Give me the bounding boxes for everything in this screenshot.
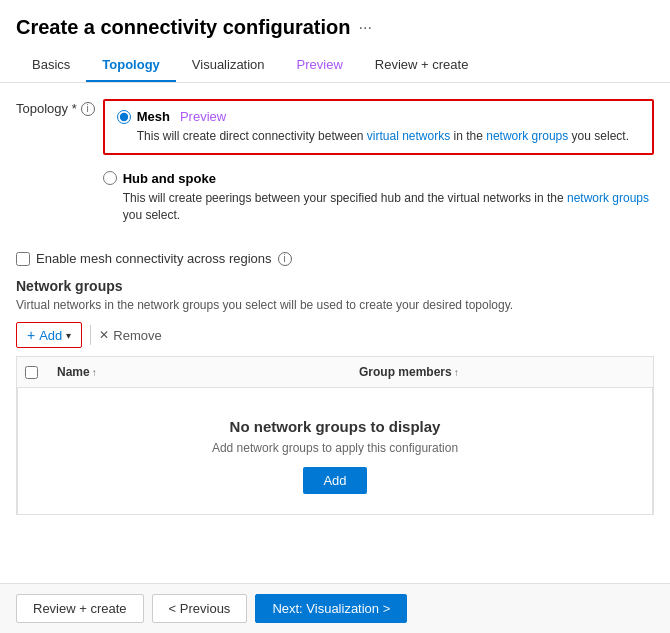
empty-state-title: No network groups to display [230,418,441,435]
enable-mesh-label: Enable mesh connectivity across regions [36,251,272,266]
hub-spoke-network-groups-link[interactable]: network groups [567,191,649,205]
hub-spoke-radio[interactable] [103,171,117,185]
tab-preview[interactable]: Preview [281,49,359,82]
more-options-icon[interactable]: ··· [359,19,372,37]
hub-spoke-label: Hub and spoke [123,171,216,186]
toolbar-divider [90,325,91,345]
group-members-label: Group members [359,365,452,379]
mesh-label: Mesh [137,109,170,124]
name-sort-icon: ↑ [92,367,97,378]
table-header: Name ↑ Group members ↑ [17,357,653,388]
x-icon: ✕ [99,328,109,342]
mesh-preview-badge: Preview [180,109,226,124]
name-label: Name [57,365,90,379]
topology-info-icon[interactable]: i [81,102,95,116]
empty-state: No network groups to display Add network… [17,388,653,515]
topology-label: Topology * i [16,99,95,116]
hub-spoke-option-box: Hub and spoke This will create peerings … [103,163,654,232]
mesh-description: This will create direct connectivity bet… [137,128,640,145]
hub-spoke-description: This will create peerings between your s… [123,190,654,224]
page-title: Create a connectivity configuration [16,16,351,39]
add-button[interactable]: + Add ▾ [16,322,82,348]
select-all-cell [17,357,49,387]
name-column-header[interactable]: Name ↑ [49,357,351,387]
mesh-option-row: Mesh Preview [117,109,640,124]
tabs-bar: Basics Topology Visualization Preview Re… [0,39,670,83]
mesh-network-groups-link[interactable]: network groups [486,129,568,143]
network-groups-title: Network groups [16,278,654,294]
chevron-down-icon: ▾ [66,330,71,341]
group-members-sort-icon: ↑ [454,367,459,378]
network-groups-desc: Virtual networks in the network groups y… [16,298,654,312]
select-all-checkbox[interactable] [25,366,38,379]
footer-bar: Review + create < Previous Next: Visuali… [0,583,670,633]
topology-options: Mesh Preview This will create direct con… [103,99,654,239]
enable-mesh-row: Enable mesh connectivity across regions … [16,251,654,266]
next-button[interactable]: Next: Visualization > [255,594,407,623]
content-area: Topology * i Mesh Preview This will crea… [0,83,670,583]
tab-topology[interactable]: Topology [86,49,176,82]
remove-button[interactable]: ✕ Remove [99,328,161,343]
topology-label-text: Topology * [16,101,77,116]
enable-mesh-checkbox[interactable] [16,252,30,266]
topology-row: Topology * i Mesh Preview This will crea… [16,99,654,239]
mesh-option-box: Mesh Preview This will create direct con… [103,99,654,155]
previous-button[interactable]: < Previous [152,594,248,623]
toolbar: + Add ▾ ✕ Remove [16,322,654,348]
empty-state-desc: Add network groups to apply this configu… [212,441,458,455]
mesh-vnet-link[interactable]: virtual networks [367,129,450,143]
network-groups-section: Network groups Virtual networks in the n… [16,278,654,515]
plus-icon: + [27,327,35,343]
tab-basics[interactable]: Basics [16,49,86,82]
mesh-radio[interactable] [117,110,131,124]
hub-spoke-option-row: Hub and spoke [103,171,654,186]
page-header: Create a connectivity configuration ··· [0,0,670,39]
empty-state-add-button[interactable]: Add [303,467,366,494]
review-create-button[interactable]: Review + create [16,594,144,623]
table-container: Name ↑ Group members ↑ No network groups… [16,356,654,515]
tab-review-create[interactable]: Review + create [359,49,485,82]
add-label: Add [39,328,62,343]
remove-label: Remove [113,328,161,343]
tab-visualization[interactable]: Visualization [176,49,281,82]
enable-mesh-info-icon[interactable]: i [278,252,292,266]
group-members-column-header[interactable]: Group members ↑ [351,357,653,387]
